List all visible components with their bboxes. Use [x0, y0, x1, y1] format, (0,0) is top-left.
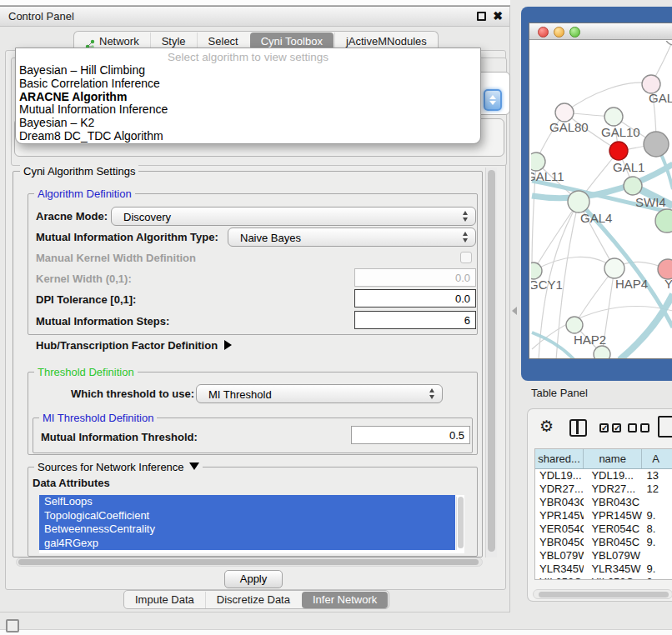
table-row[interactable]: YDL19...YDL19...13 [535, 469, 672, 482]
table-row[interactable]: YER054CYER054C8. [535, 522, 672, 536]
manual-kernel-label: Manual Kernel Width Definition [36, 252, 196, 264]
table-row[interactable]: YIL052CYIL052C9 [535, 576, 672, 580]
gear-icon[interactable]: ⚙ [539, 417, 554, 436]
algorithm-option[interactable]: Basic Correlation Inference [16, 78, 480, 91]
network-node-label: GAL10 [601, 125, 640, 139]
network-node[interactable] [594, 346, 610, 358]
table-row[interactable]: YBR043CYBR043C [535, 496, 672, 509]
mi-type-label: Mutual Information Algorithm Type: [36, 231, 218, 243]
network-node[interactable] [624, 177, 642, 195]
tab-impute-data[interactable]: Impute Data [124, 592, 205, 608]
network-node[interactable] [568, 191, 589, 212]
table-cell: YIL052C [584, 576, 643, 580]
table-cell: YER054C [584, 522, 643, 536]
table-cell: 13 [644, 469, 672, 482]
algorithm-placeholder: Select algorithm to view settings [16, 48, 480, 64]
deselect-all-icon[interactable] [628, 423, 649, 432]
control-panel-titlebar: Control Panel ✖ [0, 7, 509, 27]
status-bar [0, 629, 672, 635]
data-attribute-item[interactable]: BetweennessCentrality [39, 522, 455, 537]
network-window-titlebar[interactable] [529, 23, 672, 40]
network-node[interactable] [644, 132, 669, 157]
algorithm-option[interactable]: Bayesian – K2 [16, 117, 480, 130]
select-all-icon[interactable]: ✓✓ [599, 423, 621, 432]
table-cell: YBR045C [584, 536, 643, 549]
data-attribute-item[interactable]: SelfLoops [39, 495, 455, 509]
network-node[interactable] [531, 152, 545, 171]
network-node[interactable] [566, 317, 583, 333]
close-traffic-light-icon[interactable] [538, 27, 549, 38]
algorithm-combobox-stepper[interactable] [484, 89, 502, 111]
app-frame-top [0, 0, 510, 6]
table-row[interactable]: YPR145WYPR145W9. [535, 509, 672, 522]
table-cell: YDR27... [584, 482, 643, 496]
attributes-scrollbar[interactable] [456, 497, 464, 550]
combo-stepper-icon [463, 211, 468, 222]
aracne-mode-combobox[interactable]: Discovery [111, 207, 476, 226]
network-node[interactable] [665, 41, 672, 45]
network-node-label: GAL1 [613, 160, 644, 174]
aracne-mode-label: Aracne Mode: [36, 210, 108, 222]
table-row[interactable]: YDR27...YDR27...12 [535, 482, 672, 496]
table-cell: YIL052C [535, 576, 584, 580]
dpi-tolerance-field[interactable]: 0.0 [354, 289, 476, 308]
kernel-width-label: Kernel Width (0,1): [36, 272, 132, 285]
sources-toggle[interactable]: Sources for Network Inference [34, 461, 203, 473]
manual-kernel-checkbox[interactable] [460, 252, 472, 263]
combo-stepper-icon [463, 232, 468, 242]
table-row[interactable]: YBL079WYBL079W [535, 549, 672, 562]
data-attribute-item[interactable]: TopologicalCoefficient [39, 509, 455, 523]
mi-type-combobox[interactable]: Naive Bayes [228, 228, 476, 247]
tab-infer-network[interactable]: Infer Network [302, 592, 388, 608]
algorithm-dropdown-popup: Select algorithm to view settings Bayesi… [15, 48, 481, 144]
table-cell: 12 [644, 482, 672, 496]
mi-threshold-field[interactable]: 0.5 [351, 426, 470, 444]
tab-discretize-data[interactable]: Discretize Data [205, 592, 301, 608]
zoom-traffic-light-icon[interactable] [569, 27, 580, 38]
panel-splitter-handle[interactable] [512, 307, 517, 315]
algorithm-option[interactable]: Dream8 DC_TDC Algorithm [16, 130, 480, 143]
network-node[interactable] [655, 209, 672, 232]
columns-icon[interactable] [569, 419, 587, 437]
kernel-width-field[interactable]: 0.0 [354, 268, 476, 287]
hub-definition-toggle[interactable]: Hub/Transcription Factor Definition [36, 339, 232, 352]
network-node[interactable] [531, 262, 542, 279]
apply-button[interactable]: Apply [224, 570, 283, 588]
float-window-icon[interactable] [477, 12, 486, 21]
minimized-panel-icon[interactable] [6, 619, 19, 632]
column-header-partial[interactable]: A [642, 449, 672, 468]
network-node[interactable] [604, 108, 623, 126]
algorithm-option[interactable]: Mutual Information Inference [16, 103, 480, 117]
sources-title: Sources for Network Inference [38, 461, 184, 473]
close-icon[interactable]: ✖ [493, 9, 503, 22]
data-attributes-list: SelfLoopsTopologicalCoefficientBetweenne… [39, 495, 464, 553]
table-panel-toolbar: ⚙ ✓✓ [528, 409, 672, 446]
which-threshold-combobox[interactable]: MI Threshold [196, 384, 443, 403]
network-canvas[interactable]: GALGAL80GAL10GAL1GAL11SWI4GAL4GCY1HAP4YH… [531, 41, 672, 358]
settings-horizontal-scrollbar[interactable] [16, 558, 483, 567]
minimize-traffic-light-icon[interactable] [554, 27, 564, 38]
table-header-row: shared... name A [535, 449, 672, 469]
mi-steps-field[interactable]: 6 [354, 311, 476, 329]
column-header-name[interactable]: name [584, 449, 642, 468]
which-threshold-label: Which threshold to use: [71, 388, 194, 400]
settings-vertical-scrollbar[interactable] [485, 168, 497, 558]
algorithm-option[interactable]: ARACNE Algorithm [16, 91, 480, 104]
page-icon[interactable] [658, 416, 672, 438]
table-row[interactable]: YLR345WYLR345W9. [535, 562, 672, 576]
node-table: shared... name A YDL19...YDL19...13YDR27… [534, 448, 672, 580]
table-panel-title: Table Panel [531, 387, 588, 399]
data-attribute-item[interactable]: gal4RGexp [39, 537, 455, 551]
table-cell: YDL19... [584, 469, 643, 482]
table-cell: YBR045C [535, 536, 584, 549]
network-node[interactable] [609, 142, 628, 160]
table-horizontal-scrollbar[interactable] [533, 589, 672, 599]
algorithm-option[interactable]: Bayesian – Hill Climbing [16, 64, 480, 78]
table-cell: 8. [644, 522, 672, 536]
table-row[interactable]: YBR045CYBR045C9. [535, 536, 672, 549]
network-node[interactable] [604, 258, 624, 278]
column-header-shared-name[interactable]: shared... [535, 449, 584, 468]
hub-definition-label: Hub/Transcription Factor Definition [36, 339, 218, 352]
table-panel: ⚙ ✓✓ shared... name A YDL19...YDL19...13… [527, 408, 672, 602]
network-node[interactable] [555, 103, 574, 122]
